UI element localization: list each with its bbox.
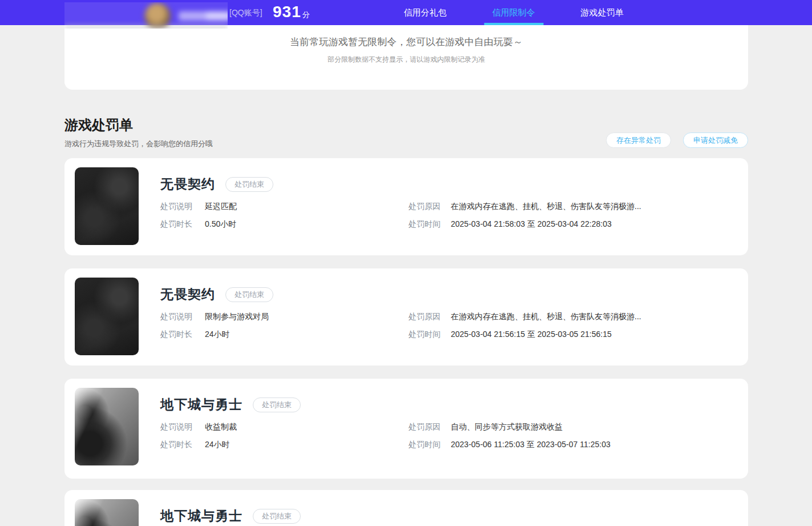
abnormal-penalty-button[interactable]: 存在异常处罚 <box>606 132 671 148</box>
penalty-section-header: 游戏处罚单 游戏行为违规导致处罚，会影响您的信用分哦 存在异常处罚 申请处罚减免 <box>64 116 748 149</box>
nav-tab-credit-restriction-label: 信用限制令 <box>492 7 535 17</box>
penalty-duration-label: 处罚时长 <box>160 440 195 450</box>
penalty-desc-value: 收益制裁 <box>205 422 237 432</box>
nav-tab-credit-gift[interactable]: 信用分礼包 <box>395 0 456 25</box>
penalty-reason-label: 处罚原因 <box>409 202 443 212</box>
penalty-reason-label: 处罚原因 <box>409 312 443 322</box>
game-title: 地下城与勇士 <box>160 507 243 525</box>
penalty-duration-label: 处罚时长 <box>160 330 195 340</box>
status-badge: 处罚结束 <box>253 397 301 412</box>
penalty-duration-value: 24小时 <box>205 330 230 340</box>
nav-tab-game-penalty[interactable]: 游戏处罚单 <box>572 0 633 25</box>
header-nav: 信用分礼包 信用限制令 游戏处罚单 <box>0 0 812 25</box>
penalty-time-value: 2023-05-06 11:25:03 至 2023-05-07 11:25:0… <box>451 440 611 450</box>
penalty-desc-value: 限制参与游戏对局 <box>205 312 269 322</box>
penalty-time-label: 处罚时间 <box>409 219 443 230</box>
section-title: 游戏处罚单 <box>64 116 748 134</box>
game-title: 无畏契约 <box>160 175 215 193</box>
game-cover-image <box>75 278 139 355</box>
penalty-time-label: 处罚时间 <box>409 440 443 450</box>
penalty-duration-value: 0.50小时 <box>205 219 236 230</box>
penalty-desc-label: 处罚说明 <box>160 312 195 322</box>
notice-sub-text: 部分限制数据不支持显示，请以游戏内限制记录为准 <box>64 55 748 65</box>
penalty-time-value: 2025-03-04 21:56:15 至 2025-03-05 21:56:1… <box>451 330 612 340</box>
blur-edge-strip <box>64 25 228 29</box>
penalty-reduction-button[interactable]: 申请处罚减免 <box>683 132 748 148</box>
penalty-reason-value: 自动、同步等方式获取游戏收益 <box>451 422 563 432</box>
penalty-desc-label: 处罚说明 <box>160 422 195 432</box>
penalty-reason-label: 处罚原因 <box>409 422 443 432</box>
restriction-notice-card: 当前常玩游戏暂无限制令，您可以在游戏中自由玩耍～ 部分限制数据不支持显示，请以游… <box>64 25 748 90</box>
penalty-card: 无畏契约 处罚结束 处罚说明 限制参与游戏对局 处罚时长 24小时 处罚原因 在… <box>64 268 748 366</box>
active-tab-underline <box>484 23 543 25</box>
penalty-reason-value: 在游戏内存在逃跑、挂机、秒退、伤害队友等消极游... <box>451 312 641 322</box>
penalty-reason-value: 在游戏内存在逃跑、挂机、秒退、伤害队友等消极游... <box>451 202 641 212</box>
nav-tab-credit-restriction[interactable]: 信用限制令 <box>483 0 544 25</box>
status-badge: 处罚结束 <box>225 287 273 302</box>
penalty-card: 无畏契约 处罚结束 处罚说明 延迟匹配 处罚时长 0.50小时 处罚原因 在游戏… <box>64 158 748 255</box>
game-title: 无畏契约 <box>160 286 215 303</box>
game-title: 地下城与勇士 <box>160 396 243 413</box>
notice-main-text: 当前常玩游戏暂无限制令，您可以在游戏中自由玩耍～ <box>64 35 748 49</box>
penalty-card: 地下城与勇士 处罚结束 <box>64 490 748 526</box>
penalty-card: 地下城与勇士 处罚结束 处罚说明 收益制裁 处罚时长 24小时 处罚原因 自动、… <box>64 379 748 479</box>
game-cover-image <box>75 499 139 526</box>
penalty-desc-label: 处罚说明 <box>160 202 195 212</box>
game-cover-image <box>75 167 139 245</box>
penalty-duration-value: 24小时 <box>205 440 230 450</box>
penalty-time-value: 2025-03-04 21:58:03 至 2025-03-04 22:28:0… <box>451 219 612 230</box>
penalty-desc-value: 延迟匹配 <box>205 202 237 212</box>
top-header-bar: [QQ账号] 931分 信用分礼包 信用限制令 游戏处罚单 <box>0 0 812 25</box>
game-cover-image <box>75 388 139 465</box>
section-action-buttons: 存在异常处罚 申请处罚减免 <box>606 132 748 148</box>
status-badge: 处罚结束 <box>225 177 273 192</box>
status-badge: 处罚结束 <box>253 509 301 524</box>
penalty-duration-label: 处罚时长 <box>160 219 195 230</box>
penalty-time-label: 处罚时间 <box>409 330 443 340</box>
